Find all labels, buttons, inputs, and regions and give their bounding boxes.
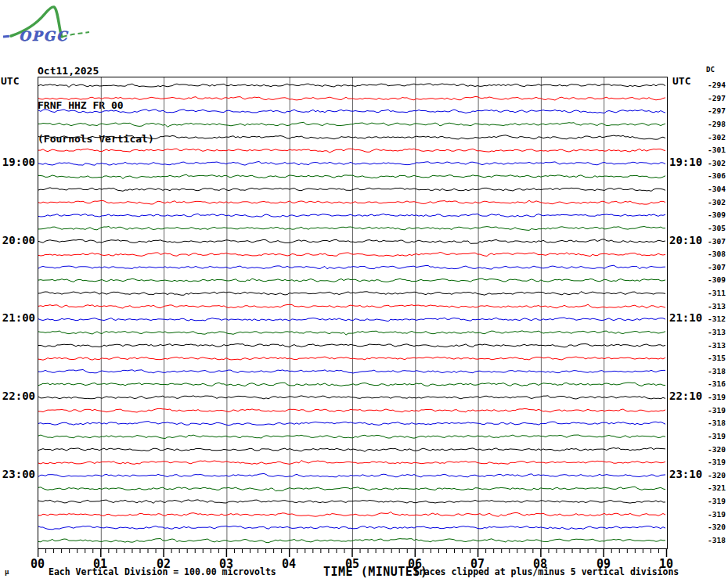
trace-row bbox=[38, 473, 665, 477]
trace-row bbox=[38, 357, 665, 360]
dc-value: -302 bbox=[701, 198, 726, 207]
left-time-label: 19:00 bbox=[0, 156, 35, 168]
x-tick-label: 01 bbox=[85, 557, 116, 571]
trace-row bbox=[38, 344, 665, 347]
left-axis-title: UTC bbox=[1, 75, 19, 87]
x-tick-label: 02 bbox=[148, 557, 179, 571]
dc-value: -308 bbox=[701, 250, 726, 258]
trace-row bbox=[38, 265, 665, 269]
trace-row bbox=[38, 461, 665, 465]
trace-row bbox=[38, 512, 665, 516]
trace-row bbox=[38, 422, 665, 426]
left-time-label: 22:00 bbox=[0, 390, 35, 402]
dc-value: -313 bbox=[701, 328, 726, 336]
dc-value: -309 bbox=[701, 275, 726, 284]
trace-row bbox=[38, 227, 665, 231]
trace-row bbox=[38, 292, 665, 296]
dc-value: -320 bbox=[701, 471, 726, 480]
dc-value: -298 bbox=[701, 120, 726, 128]
dc-value: -319 bbox=[701, 458, 726, 466]
dc-value: -318 bbox=[701, 536, 726, 544]
x-tick-label: 10 bbox=[651, 557, 682, 571]
dc-value: -301 bbox=[701, 146, 726, 154]
left-time-label: 21:00 bbox=[0, 312, 35, 324]
trace-row bbox=[38, 200, 665, 204]
dc-value: -321 bbox=[701, 483, 726, 492]
corner-mark: μ bbox=[5, 568, 9, 576]
dc-value: -320 bbox=[701, 523, 726, 531]
trace-row bbox=[38, 539, 665, 543]
dc-value: -318 bbox=[701, 419, 726, 427]
dc-value: -307 bbox=[701, 237, 726, 246]
x-tick-label: 03 bbox=[211, 557, 242, 571]
trace-row bbox=[38, 278, 665, 282]
dc-column-header: DC bbox=[706, 66, 715, 74]
trace-row bbox=[38, 526, 665, 529]
trace-row bbox=[38, 396, 665, 399]
trace-row bbox=[38, 135, 665, 139]
dc-value: -319 bbox=[701, 510, 726, 519]
trace-row bbox=[38, 304, 665, 308]
dc-value: -309 bbox=[701, 210, 726, 219]
trace-row bbox=[38, 122, 665, 127]
x-tick-label: 05 bbox=[337, 557, 368, 571]
right-axis-title: UTC bbox=[672, 75, 690, 87]
x-tick-label: 07 bbox=[462, 557, 493, 571]
left-time-label: 20:00 bbox=[0, 235, 35, 246]
dc-value: -318 bbox=[701, 367, 726, 375]
trace-row bbox=[38, 188, 665, 191]
dc-value: -319 bbox=[701, 497, 726, 505]
dc-value: -313 bbox=[701, 341, 726, 350]
trace-row bbox=[38, 408, 665, 412]
x-tick-label: 08 bbox=[524, 557, 556, 571]
dc-value: -316 bbox=[701, 379, 726, 388]
dc-value: -312 bbox=[701, 314, 726, 323]
trace-row bbox=[38, 97, 665, 101]
trace-row bbox=[38, 239, 665, 244]
dc-value: -319 bbox=[701, 406, 726, 415]
header-date: Oct11,2025 bbox=[38, 66, 154, 77]
trace-row bbox=[38, 383, 665, 386]
dc-value: -302 bbox=[701, 133, 726, 142]
trace-row bbox=[38, 253, 665, 257]
trace-row bbox=[38, 487, 665, 491]
dc-value: -319 bbox=[701, 432, 726, 440]
trace-row bbox=[38, 500, 665, 503]
dc-value: -297 bbox=[701, 94, 726, 102]
trace-row bbox=[38, 370, 665, 374]
trace-row bbox=[38, 318, 665, 322]
dc-value: -320 bbox=[701, 445, 726, 454]
trace-row bbox=[38, 435, 665, 439]
trace-row bbox=[38, 110, 665, 113]
x-tick-label: 06 bbox=[399, 557, 431, 571]
seismogram-traces bbox=[38, 77, 667, 548]
dc-value: -313 bbox=[701, 302, 726, 311]
x-tick-label: 04 bbox=[273, 557, 305, 571]
opgc-logo-text: OPGC bbox=[19, 28, 69, 44]
dc-value: -315 bbox=[701, 354, 726, 362]
x-tick-label: 00 bbox=[22, 557, 53, 571]
dc-value: -304 bbox=[701, 185, 726, 193]
dc-value: -305 bbox=[701, 224, 726, 232]
dc-value: -319 bbox=[701, 393, 726, 401]
trace-row bbox=[38, 174, 665, 178]
trace-row bbox=[38, 447, 665, 451]
left-time-label: 23:00 bbox=[0, 469, 35, 480]
helicorder-page: OPGC Oct11,2025 FRNF HHZ FR 00 (Fournols… bbox=[0, 0, 728, 582]
trace-row bbox=[38, 214, 665, 217]
dc-value: -294 bbox=[701, 81, 726, 89]
dc-value: -297 bbox=[701, 106, 726, 115]
dc-value: -306 bbox=[701, 171, 726, 180]
trace-row bbox=[38, 162, 665, 166]
x-tick-label: 09 bbox=[588, 557, 619, 571]
dc-value: -302 bbox=[701, 159, 726, 167]
dc-value: -311 bbox=[701, 289, 726, 297]
trace-plot-area bbox=[38, 77, 668, 549]
trace-row bbox=[38, 331, 665, 335]
trace-row bbox=[38, 84, 665, 87]
trace-row bbox=[38, 149, 665, 153]
dc-value: -307 bbox=[701, 263, 726, 271]
